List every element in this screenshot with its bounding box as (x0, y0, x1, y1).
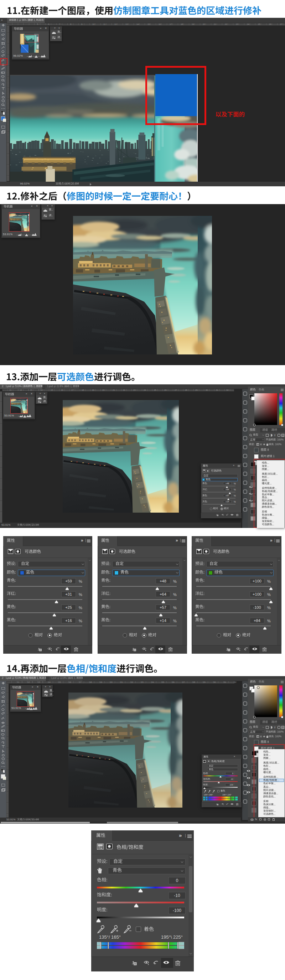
svg-text:T: T (274, 434, 276, 437)
svg-text:T: T (274, 726, 276, 729)
